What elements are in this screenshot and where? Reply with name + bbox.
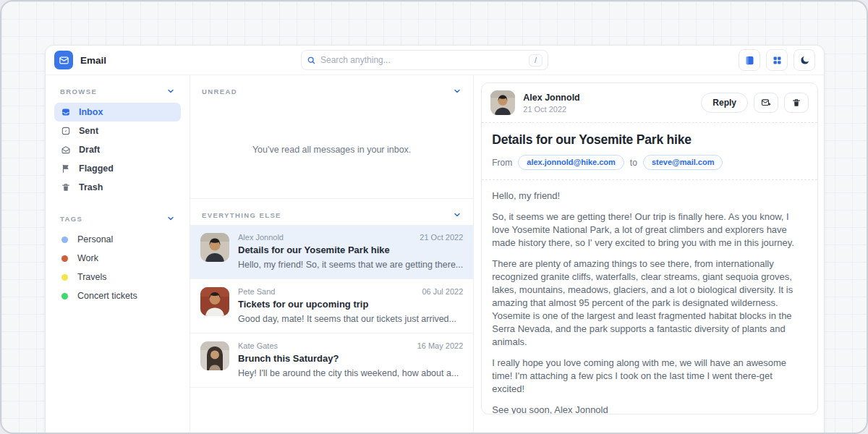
everything-else-header: EVERYTHING ELSE [190,199,473,225]
from-email-chip[interactable]: alex.jonnold@hike.com [518,155,624,170]
email-list-item-pete[interactable]: Pete Sand 06 Jul 2022 Tickets for our up… [190,279,473,333]
email-meta: Alex Jonnold 21 Oct 2022 Details for our… [238,233,463,270]
tag-label: Travels [77,272,107,282]
delete-email-button[interactable] [784,93,809,113]
search-bar[interactable]: / [301,50,548,70]
email-body: Hello, my friend! So, it seems we are ge… [482,180,817,414]
email-app-window: Email / [45,45,825,434]
search-input[interactable] [316,55,529,65]
sidebar-item-draft[interactable]: Draft [54,140,181,159]
trash-icon [61,182,71,192]
apps-grid-button[interactable] [766,49,788,71]
email-detail-column: Alex Jonnold 21 Oct 2022 Reply [474,75,824,433]
from-label: From [492,158,512,168]
avatar [200,233,229,262]
tag-label: Personal [77,234,113,244]
detail-subject: Details for our Yosemite Park hike [492,132,807,148]
flag-icon [61,163,71,174]
sidebar-item-label: Flagged [79,163,114,174]
tag-item-personal[interactable]: Personal [54,230,181,249]
page-background: Email / [0,0,868,434]
tag-color-dot [61,255,68,262]
subject-block: Details for our Yosemite Park hike From … [482,123,817,179]
envelope-forward-icon [761,98,771,108]
unread-section-header: UNREAD [190,75,473,101]
email-meta: Kate Gates 16 May 2022 Brunch this Satur… [238,341,463,378]
sent-icon [61,126,71,136]
email-subject: Brunch this Saturday? [238,353,463,364]
forward-email-button[interactable] [754,93,778,113]
reading-list-button[interactable] [739,49,760,71]
sidebar-item-label: Inbox [79,107,103,117]
draft-envelope-icon [61,145,71,155]
detail-header: Alex Jonnold 21 Oct 2022 Reply [482,83,817,122]
email-subject: Details for our Yosemite Park hike [238,244,463,255]
tag-item-work[interactable]: Work [54,249,181,268]
tags-label: TAGS [60,215,82,223]
chevron-down-icon[interactable] [453,87,461,95]
trash-icon [791,98,801,108]
tag-item-concert-tickets[interactable]: Concert tickets [54,286,181,305]
email-logo-icon [54,51,73,69]
email-body-paragraph: See you soon, Alex Jonnold [492,404,807,414]
app-title: Email [80,55,106,66]
email-list-column: UNREAD You've read all messages in your … [190,75,474,433]
sidebar-item-flagged[interactable]: Flagged [54,159,181,178]
email-date: 06 Jul 2022 [422,287,463,296]
tag-color-dot [61,274,68,281]
sidebar-item-trash[interactable]: Trash [54,178,181,197]
book-icon [744,55,755,66]
from-row: From alex.jonnold@hike.com to steve@mail… [492,155,807,170]
email-body-paragraph: Hello, my friend! [492,190,807,203]
email-preview: Hello, my friend! So, it seems that we a… [238,260,463,270]
browse-nav: Inbox Sent [54,103,181,197]
email-detail-card: Alex Jonnold 21 Oct 2022 Reply [481,82,818,414]
header-actions [739,49,815,71]
everything-else-label: EVERYTHING ELSE [202,211,281,219]
email-preview: Hey! I'll be around the city this weeken… [238,368,463,378]
search-shortcut-badge: / [529,54,542,67]
email-preview: Good day, mate! It seems that our ticket… [238,314,463,324]
sidebar-item-label: Trash [79,182,103,192]
app-header: Email / [46,46,824,75]
sidebar: BROWSE Inbox [46,75,190,433]
email-list-item-alex[interactable]: Alex Jonnold 21 Oct 2022 Details for our… [190,225,473,279]
sidebar-item-sent[interactable]: Sent [54,122,181,140]
browse-label: BROWSE [60,88,97,95]
dark-mode-button[interactable] [793,49,815,71]
everything-else-section: EVERYTHING ELSE [190,198,473,388]
grid-icon [772,55,783,66]
email-date: 16 May 2022 [417,341,464,350]
tags-section-header: TAGS [54,213,181,224]
detail-sender-name: Alex Jonnold [523,93,579,103]
tag-item-travels[interactable]: Travels [54,268,181,286]
to-email-chip[interactable]: steve@mail.com [643,155,723,170]
email-subject: Tickets for our upcoming trip [238,299,463,310]
sidebar-item-inbox[interactable]: Inbox [54,103,181,122]
chevron-down-icon[interactable] [453,210,461,219]
tag-color-dot [61,293,68,299]
tags-section: TAGS Personal Work [54,213,181,305]
browse-section-header: BROWSE [54,85,181,97]
app-body: BROWSE Inbox [46,75,824,433]
tag-color-dot [61,237,68,243]
chevron-down-icon[interactable] [166,214,175,223]
detail-sender-block: Alex Jonnold 21 Oct 2022 [523,93,579,114]
brand: Email [54,51,106,69]
email-list-item-kate[interactable]: Kate Gates 16 May 2022 Brunch this Satur… [190,333,473,388]
email-meta: Pete Sand 06 Jul 2022 Tickets for our up… [238,287,463,324]
avatar [200,341,229,370]
reply-button[interactable]: Reply [701,93,748,113]
email-sender: Kate Gates [238,341,278,350]
chevron-down-icon[interactable] [166,87,175,95]
tag-label: Concert tickets [77,291,137,301]
detail-actions: Reply [701,93,809,113]
unread-empty-message: You've read all messages in your inbox. [190,101,473,190]
avatar [490,90,515,115]
email-body-paragraph: There are plenty of amazing things to se… [492,258,807,349]
email-sender: Pete Sand [238,287,275,296]
tags-nav: Personal Work Travels Concert ticke [54,230,181,305]
inbox-icon [61,107,71,117]
email-body-paragraph: I really hope you love coming along with… [492,357,807,396]
detail-date: 21 Oct 2022 [523,105,579,114]
